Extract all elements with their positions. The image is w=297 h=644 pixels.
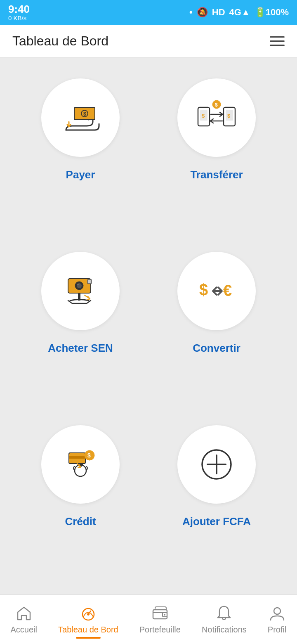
svg-point-31 (274, 608, 280, 614)
svg-point-30 (164, 614, 165, 616)
ajouter-card[interactable]: Ajouter FCFA (153, 417, 280, 582)
main-grid: $ Payer $ $ (0, 58, 297, 594)
home-icon (15, 604, 33, 623)
convertir-icon-circle: $ € (177, 252, 256, 330)
transferer-card[interactable]: $ $ $ Transférer (153, 70, 280, 235)
svg-point-27 (87, 613, 89, 616)
nav-profil[interactable]: Profil (259, 600, 295, 639)
payer-card[interactable]: $ Payer (16, 70, 144, 235)
svg-text:$: $ (199, 281, 208, 298)
convertir-icon: $ € (196, 270, 237, 312)
payer-icon-circle: $ (41, 78, 120, 157)
bottom-nav: Accueil Tableau de Bord Portefeuille (0, 594, 297, 644)
nav-accueil[interactable]: Accueil (2, 600, 45, 639)
svg-rect-22 (69, 456, 85, 459)
svg-rect-16 (87, 279, 92, 284)
active-indicator (76, 637, 101, 639)
transferer-icon-circle: $ $ $ (177, 78, 256, 157)
credit-icon: $ (60, 444, 101, 485)
battery-icon: 🔋100% (255, 7, 289, 18)
nav-tableau-de-bord[interactable]: Tableau de Bord (50, 600, 127, 639)
svg-text:$: $ (87, 452, 91, 459)
status-bar: 9:40 0 KB/s • 🔕 HD 4G▲ 🔋100% (0, 0, 297, 25)
svg-text:$: $ (83, 111, 86, 117)
nav-portefeuille-label: Portefeuille (139, 625, 181, 635)
status-icons: • 🔕 HD 4G▲ 🔋100% (189, 7, 289, 18)
mute-icon: 🔕 (197, 7, 208, 18)
svg-text:€: € (223, 282, 232, 299)
svg-point-14 (77, 284, 79, 285)
dashboard-icon (79, 604, 97, 623)
credit-icon-circle: $ (41, 425, 120, 504)
payer-icon: $ (60, 97, 101, 138)
hd-label: HD (212, 7, 225, 18)
acheter-icon-circle (41, 252, 120, 330)
payer-label: Payer (66, 168, 95, 181)
acheter-label: Acheter SEN (48, 342, 113, 355)
ajouter-icon-circle (177, 425, 256, 504)
app-header: Tableau de Bord (0, 25, 297, 58)
nav-notifications-label: Notifications (202, 625, 247, 635)
credit-label: Crédit (65, 515, 96, 528)
svg-text:$: $ (202, 113, 205, 119)
svg-text:$: $ (215, 102, 218, 108)
nav-tableau-label: Tableau de Bord (58, 625, 118, 635)
acheter-card[interactable]: Acheter SEN (16, 244, 144, 409)
page-title: Tableau de Bord (12, 33, 108, 49)
dot-indicator: • (189, 7, 193, 18)
convertir-card[interactable]: $ € Convertir (153, 244, 280, 409)
nav-notifications[interactable]: Notifications (193, 600, 255, 639)
credit-card[interactable]: $ Crédit (16, 417, 144, 582)
transferer-icon: $ $ $ (196, 97, 237, 138)
nav-accueil-label: Accueil (11, 625, 37, 635)
bell-icon (215, 604, 233, 623)
acheter-icon (60, 270, 101, 312)
status-data: 0 KB/s (8, 14, 26, 21)
convertir-label: Convertir (193, 342, 240, 355)
hamburger-menu[interactable] (270, 36, 285, 46)
transferer-label: Transférer (190, 168, 243, 181)
wallet-icon (151, 604, 169, 623)
ajouter-icon (196, 444, 237, 485)
nav-portefeuille[interactable]: Portefeuille (131, 600, 189, 639)
nav-profil-label: Profil (268, 625, 287, 635)
svg-text:$: $ (227, 113, 231, 119)
status-time: 9:40 (8, 4, 30, 14)
signal-icon: 4G▲ (229, 7, 250, 18)
profile-icon (268, 604, 286, 623)
ajouter-label: Ajouter FCFA (182, 515, 251, 528)
